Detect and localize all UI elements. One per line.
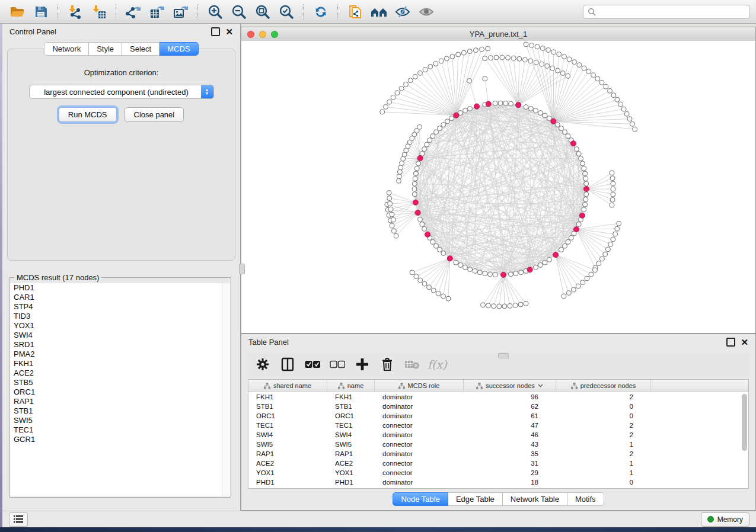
first-neighbors-button[interactable]	[368, 2, 390, 21]
import-network-button[interactable]	[64, 2, 87, 21]
cell-shared: PHD1	[248, 479, 327, 486]
hide-selected-button[interactable]	[391, 2, 414, 21]
table-row[interactable]: SWI4SWI4dominator462	[248, 430, 748, 440]
table-row[interactable]: YOX1YOX1connector291	[248, 468, 748, 477]
tab-motifs[interactable]: Motifs	[567, 492, 604, 506]
mcds-result-item[interactable]: STB1	[10, 406, 230, 416]
cell-pred: 0	[556, 403, 651, 410]
table-row[interactable]: STB1STB1dominator620	[248, 402, 748, 411]
add-column-button[interactable]	[353, 355, 372, 373]
table-row[interactable]: ACE2ACE2connector311	[248, 459, 748, 468]
horizontal-splitter-handle[interactable]	[498, 353, 509, 358]
import-table-button[interactable]	[88, 2, 110, 21]
column-header-label: MCDS role	[408, 382, 440, 389]
mcds-result-item[interactable]: SWI4	[10, 331, 230, 340]
open-file-button[interactable]	[6, 2, 28, 21]
table-scrollbar[interactable]	[742, 394, 747, 489]
mcds-result-item[interactable]: ACE2	[10, 368, 230, 378]
cell-pred: 0	[556, 479, 651, 486]
close-panel-icon[interactable]: ✕	[225, 28, 233, 35]
cell-name: FKH1	[327, 393, 375, 400]
mcds-result-item[interactable]: FKH1	[10, 359, 230, 368]
column-header-name[interactable]: name	[327, 380, 375, 392]
optimization-select[interactable]: largest connected component (undirected)…	[29, 85, 214, 99]
split-panel-button[interactable]	[278, 355, 297, 373]
zoom-selected-button[interactable]	[275, 2, 298, 21]
save-session-button[interactable]	[30, 2, 52, 21]
column-header-predecessor-nodes[interactable]: predecessor nodes	[556, 380, 651, 392]
new-network-from-selection-button[interactable]	[344, 2, 366, 21]
mcds-result-list[interactable]: PHD1CAR1STP4TID3YOX1SWI4SRD1PMA2FKH1ACE2…	[10, 283, 230, 496]
table-row[interactable]: RAP1RAP1dominator352	[248, 449, 748, 459]
mcds-result-item[interactable]: STP4	[10, 302, 230, 312]
list-icon	[14, 515, 23, 523]
tab-network[interactable]: Network	[44, 42, 89, 56]
search-icon	[588, 8, 596, 16]
network-graph[interactable]	[241, 41, 755, 333]
tab-node-table[interactable]: Node Table	[393, 492, 448, 506]
split-panel-icon	[281, 357, 294, 371]
search-box[interactable]	[583, 5, 750, 19]
zoom-fit-button[interactable]	[251, 2, 274, 21]
maximize-window-icon[interactable]	[271, 31, 278, 38]
tab-style[interactable]: Style	[89, 42, 122, 56]
search-input[interactable]	[599, 7, 745, 17]
mcds-list-scrollbar[interactable]	[222, 283, 230, 496]
table-settings-button[interactable]	[253, 355, 272, 373]
mcds-result-item[interactable]: STB5	[10, 378, 230, 387]
delete-column-button[interactable]	[378, 355, 397, 373]
refresh-button[interactable]	[310, 2, 332, 21]
column-header-shared-name[interactable]: shared name	[248, 380, 327, 392]
tab-network-table[interactable]: Network Table	[503, 492, 567, 506]
run-mcds-button[interactable]: Run MCDS	[59, 107, 117, 122]
tab-select[interactable]: Select	[122, 42, 160, 56]
table-row[interactable]: PHD1PHD1dominator180	[248, 477, 748, 487]
minimize-window-icon[interactable]	[259, 31, 266, 38]
delete-table-button[interactable]	[403, 355, 422, 373]
zoom-out-button[interactable]	[228, 2, 250, 21]
function-builder-button[interactable]: f(x)	[428, 358, 447, 371]
close-panel-button[interactable]: Close panel	[125, 107, 184, 122]
column-header-successor-nodes[interactable]: successor nodes	[464, 380, 556, 392]
deselect-all-button[interactable]	[328, 355, 347, 373]
close-panel-icon[interactable]: ✕	[741, 339, 748, 345]
close-window-icon[interactable]	[247, 31, 254, 38]
mcds-result-item[interactable]: YOX1	[10, 321, 230, 331]
cell-name: TEC1	[327, 422, 375, 429]
select-all-button[interactable]	[303, 355, 322, 373]
mcds-result-item[interactable]: PHD1	[10, 283, 230, 293]
zoom-in-button[interactable]	[204, 2, 227, 21]
float-panel-icon[interactable]	[726, 338, 735, 347]
mcds-result-item[interactable]: SRD1	[10, 340, 230, 350]
table-scrollbar-thumb[interactable]	[742, 394, 747, 451]
column-header-MCDS-role[interactable]: MCDS role	[375, 380, 464, 392]
show-all-button[interactable]	[415, 2, 438, 21]
mcds-result-item[interactable]: GCR1	[10, 435, 230, 444]
mcds-result-item[interactable]: TID3	[10, 312, 230, 321]
mcds-result-item[interactable]: TEC1	[10, 425, 230, 435]
memory-button[interactable]: Memory	[701, 512, 749, 527]
mcds-result-item[interactable]: CAR1	[10, 293, 230, 302]
table-row[interactable]: SWI5SWI5connector431	[248, 440, 748, 449]
optimization-label: Optimization criterion:	[8, 68, 235, 77]
tab-mcds[interactable]: MCDS	[160, 42, 198, 56]
table-row[interactable]: TEC1TEC1connector472	[248, 421, 748, 430]
float-panel-icon[interactable]	[211, 27, 220, 36]
mcds-result-item[interactable]: RAP1	[10, 397, 230, 406]
table-row[interactable]: ORC1ORC1dominator610	[248, 411, 748, 421]
mcds-result-item[interactable]: ORC1	[10, 387, 230, 397]
export-network-button[interactable]	[122, 2, 145, 21]
toolbar-separator	[337, 4, 339, 20]
table-row[interactable]: FKH1FKH1dominator962	[248, 392, 748, 402]
column-header-label: predecessor nodes	[580, 382, 636, 389]
task-history-button[interactable]	[9, 512, 28, 527]
mcds-result-item[interactable]: PMA2	[10, 350, 230, 359]
network-window-titlebar[interactable]: YPA_prune.txt_1	[241, 27, 755, 41]
export-image-button[interactable]	[170, 2, 192, 21]
vertical-splitter-handle[interactable]	[239, 264, 245, 274]
network-canvas[interactable]	[241, 41, 755, 333]
refresh-icon	[313, 4, 328, 20]
tab-edge-table[interactable]: Edge Table	[448, 492, 503, 506]
mcds-result-item[interactable]: SWI5	[10, 416, 230, 425]
export-table-button[interactable]	[146, 2, 168, 21]
